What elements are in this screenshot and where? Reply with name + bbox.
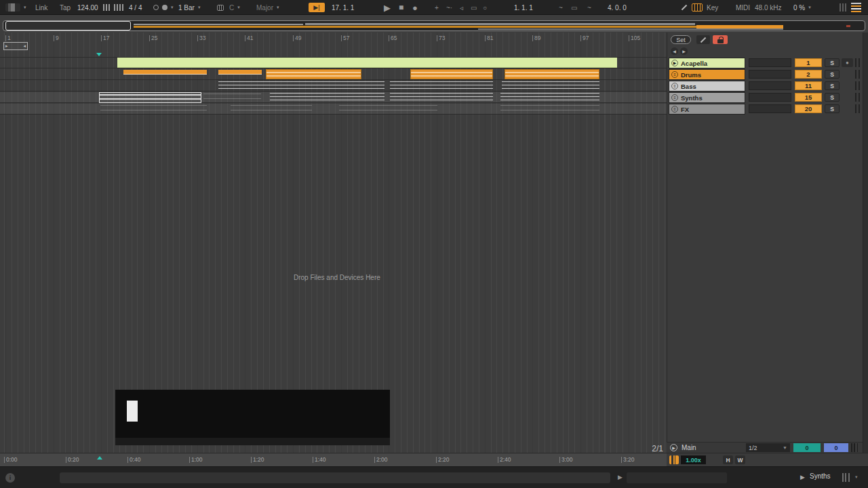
arrangement-clip[interactable] — [117, 58, 617, 68]
solo-button[interactable]: S — [825, 104, 840, 113]
playback-speed-field[interactable]: 1.00x — [681, 455, 706, 464]
expand-arrow-icon[interactable]: ▶ — [618, 474, 623, 481]
nudge-down-icon[interactable] — [103, 2, 111, 13]
arrangement-clip[interactable] — [218, 81, 384, 91]
track-header-row[interactable]: ≡Synths15S — [669, 92, 862, 103]
punch-in-button[interactable]: ~ — [559, 2, 563, 13]
loop-brace[interactable]: ▸ ◂ — [3, 42, 28, 50]
optimize-height-button[interactable]: H — [723, 455, 733, 464]
optimize-width-button[interactable]: W — [735, 455, 745, 464]
solo-button[interactable]: S — [825, 70, 840, 79]
loop-switch-button[interactable]: ▭ — [571, 2, 577, 13]
record-button[interactable]: ● — [412, 2, 418, 13]
key-root-menu[interactable]: C▾ — [229, 2, 240, 13]
quantize-menu[interactable]: 1 Bar▾ — [178, 2, 200, 13]
arrangement-clip[interactable] — [502, 81, 599, 91]
arrangement-clip[interactable] — [390, 93, 493, 102]
play-button[interactable]: ▶ — [384, 2, 391, 13]
track-io-chooser[interactable] — [749, 104, 791, 113]
follow-button[interactable]: ▶| — [309, 2, 325, 13]
key-map-button[interactable]: Key — [707, 2, 718, 13]
arrangement-clip[interactable] — [500, 93, 599, 102]
draw-mode-button[interactable] — [680, 2, 688, 13]
arrangement-overview[interactable] — [3, 20, 865, 31]
nudge-up-icon[interactable] — [114, 2, 124, 13]
arrangement-clip[interactable] — [203, 94, 261, 102]
track-number-box[interactable]: 15 — [795, 93, 822, 102]
arrangement-clip[interactable] — [500, 105, 599, 114]
arrangement-clip[interactable] — [505, 69, 599, 79]
reenable-automation-button[interactable]: ◃ — [460, 2, 463, 13]
prev-marker-button[interactable]: ◀ — [671, 47, 678, 55]
arrangement-clip[interactable] — [410, 69, 493, 79]
track-io-chooser[interactable] — [749, 58, 791, 67]
arrangement-position-field[interactable]: 17. 1. 1 — [332, 2, 354, 13]
automation-arm-button[interactable]: ~· — [446, 2, 452, 13]
track-number-box[interactable]: 2 — [795, 70, 822, 79]
arm-record-button[interactable]: ● — [842, 58, 853, 67]
session-record-button[interactable]: ○ — [483, 2, 487, 13]
capture-midi-button[interactable]: ▭ — [471, 2, 477, 13]
preferences-menu-icon[interactable]: ▾ — [5, 2, 26, 13]
lock-envelopes-button[interactable] — [713, 35, 728, 44]
group-track-icon[interactable]: ≡ — [671, 106, 678, 113]
chevron-down-icon[interactable]: ▾ — [855, 474, 858, 480]
track-name-cell[interactable]: ≡FX — [669, 104, 745, 115]
info-icon[interactable]: i — [5, 473, 15, 483]
solo-button[interactable]: S — [825, 93, 840, 102]
time-signature-field[interactable]: 4 / 4 — [129, 2, 142, 13]
track-io-chooser[interactable] — [749, 93, 791, 102]
track-name-cell[interactable]: ≡Bass — [669, 81, 745, 92]
stop-button[interactable]: ■ — [399, 2, 403, 13]
beat-time-ruler[interactable]: 191725334149576573818997105 — [0, 33, 667, 46]
punch-out-button[interactable]: ~ — [587, 2, 591, 13]
track-header-row[interactable]: ▶Acapella1S● — [669, 58, 862, 68]
time-ruler[interactable]: 0:000:200:401:001:201:402:002:202:403:00… — [0, 453, 667, 466]
loop-start-field[interactable]: 1. 1. 1 — [514, 2, 533, 13]
view-toggle-menu[interactable] — [851, 2, 861, 13]
scrollbar-strip[interactable] — [863, 33, 868, 453]
arrangement-clip[interactable] — [231, 105, 312, 114]
overview-view-box[interactable] — [5, 21, 131, 30]
midi-map-button[interactable]: MIDI — [736, 2, 750, 13]
insert-marker[interactable] — [96, 53, 102, 56]
time-playhead-marker[interactable] — [97, 456, 102, 460]
computer-midi-keyboard-button[interactable] — [692, 2, 703, 13]
track-header-row[interactable]: ≡Drums2S — [669, 69, 862, 80]
video-window[interactable] — [115, 390, 390, 445]
preview-speaker-button[interactable] — [669, 455, 679, 464]
track-expand-arrow-icon[interactable]: ▶ — [800, 474, 805, 481]
track-name-cell[interactable]: ≡Drums — [669, 69, 745, 80]
metronome-button[interactable]: ▾ — [153, 2, 174, 13]
track-name-cell[interactable]: ▶Acapella — [669, 58, 745, 68]
track-header-row[interactable]: ≡FX20S — [669, 104, 862, 115]
solo-button[interactable]: S — [825, 58, 840, 67]
next-marker-button[interactable]: ▶ — [680, 47, 688, 55]
cpu-meter[interactable]: 0 %▾ — [793, 2, 811, 13]
link-button[interactable]: Link — [35, 2, 47, 13]
arrangement-area[interactable]: 191725334149576573818997105 ▸ ◂ Drop Fil… — [0, 33, 667, 453]
loop-length-field[interactable]: 4. 0. 0 — [608, 2, 627, 13]
send-a-knob[interactable]: 0 — [793, 443, 821, 452]
main-routing-select[interactable]: 1/2▼ — [746, 443, 790, 452]
group-track-icon[interactable]: ≡ — [671, 83, 678, 89]
arrangement-clip[interactable] — [390, 81, 493, 91]
group-track-icon[interactable]: ≡ — [671, 94, 678, 101]
key-scale-menu[interactable]: Major▾ — [256, 2, 279, 13]
draw-automation-button[interactable] — [696, 35, 710, 44]
arrangement-clip[interactable] — [270, 93, 384, 102]
track-io-chooser[interactable] — [749, 70, 791, 79]
track-number-box[interactable]: 20 — [795, 104, 822, 113]
arrangement-clip[interactable] — [266, 69, 361, 79]
set-button[interactable]: Set — [671, 35, 691, 44]
scale-icon[interactable] — [217, 2, 224, 13]
track-header-row[interactable]: ≡Bass11S — [669, 81, 862, 92]
arrangement-clip[interactable] — [123, 70, 207, 75]
tap-tempo-button[interactable]: Tap — [60, 2, 71, 13]
arrangement-clip[interactable] — [218, 70, 262, 75]
track-io-chooser[interactable] — [749, 81, 791, 90]
solo-button[interactable]: S — [825, 81, 840, 90]
send-b-knob[interactable]: 0 — [824, 443, 848, 452]
track-name-cell[interactable]: ≡Synths — [669, 92, 745, 103]
arrangement-clip[interactable] — [99, 92, 201, 103]
